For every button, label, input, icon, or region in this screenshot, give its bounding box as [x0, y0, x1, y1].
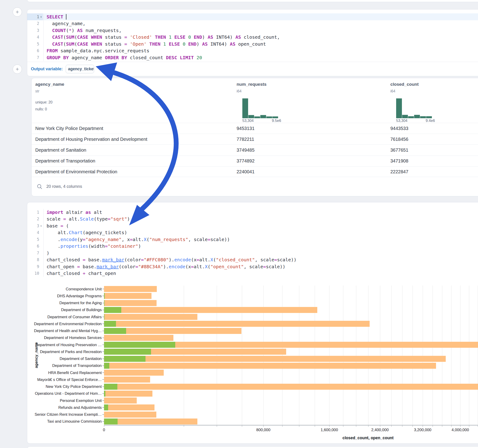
code-token: base	[47, 223, 60, 229]
code-line[interactable]: 4 CAST(SUM(CASE WHEN status = 'Closed' T…	[27, 34, 478, 41]
table-row[interactable]: Department of Environmental Protection22…	[31, 166, 478, 177]
chart-bar-open[interactable]	[104, 384, 117, 390]
collapse-chevron-icon[interactable]: ∨	[39, 222, 43, 229]
table-cell: 9453131	[237, 123, 255, 134]
code-token: =	[108, 216, 110, 222]
add-cell-button-output[interactable]: +	[13, 64, 22, 74]
code-line[interactable]: 3 COUNT(*) AS num_requests,	[27, 27, 478, 34]
x-tick-label: 800,000	[256, 428, 270, 432]
chart-bar-closed[interactable]	[104, 377, 150, 383]
code-token	[152, 34, 155, 40]
gutter-spacer	[39, 54, 43, 61]
code-line[interactable]: 2 agency_name,	[27, 20, 478, 27]
code-token: chart_open	[86, 271, 116, 276]
code-token: AS	[230, 41, 235, 47]
y-tick-mark	[102, 379, 104, 380]
code-token: AS	[208, 34, 213, 40]
chart-bar-open[interactable]	[104, 300, 104, 306]
chart-bar-open[interactable]	[104, 314, 104, 320]
gridline	[217, 286, 217, 425]
chart-bar-closed[interactable]	[104, 363, 436, 369]
chart-bar-open[interactable]	[104, 342, 175, 348]
table-row[interactable]: Department of Housing Preservation and D…	[31, 134, 478, 144]
chart-bar-closed[interactable]	[104, 314, 197, 320]
table-row[interactable]: Department of Sanitation37494853677651	[31, 144, 478, 155]
code-line[interactable]: 10chart_closed + chart_open	[27, 270, 478, 277]
chart-bar-closed[interactable]	[104, 307, 317, 313]
chart-row-label: New York City Police Department	[27, 383, 102, 390]
code-line[interactable]: 7)	[27, 249, 478, 256]
chart-bar-closed[interactable]	[104, 370, 164, 376]
y-tick-mark	[102, 344, 104, 345]
code-line[interactable]: 6FROM sample_data.nyc.service_requests	[27, 48, 478, 54]
code-line[interactable]: 2scale = alt.Scale(type="sqrt")	[27, 216, 478, 223]
chart-bar-open[interactable]	[104, 418, 118, 424]
chart-bar-closed[interactable]	[104, 356, 446, 362]
code-token: CAST	[52, 34, 63, 40]
code-token: (x	[185, 264, 191, 269]
code-token: LIMIT	[180, 55, 194, 60]
chart-bar-closed[interactable]	[104, 321, 370, 327]
code-line[interactable]: 5 CAST(SUM(CASE WHEN status = 'Open' THE…	[27, 41, 478, 48]
x-tick-mark	[343, 425, 343, 427]
code-token: WHEN	[91, 34, 102, 40]
code-token: agency_name	[69, 55, 105, 60]
chart-bar-closed[interactable]	[104, 412, 156, 417]
chart-bar-closed[interactable]	[104, 418, 197, 424]
code-line[interactable]: 7GROUP BY agency_name ORDER BY closed_co…	[27, 54, 478, 61]
chart-bar-closed[interactable]	[104, 286, 157, 292]
code-token	[47, 34, 52, 40]
code-token: "open_count"	[211, 264, 244, 269]
x-tick-mark	[423, 425, 423, 427]
chart-bar-open[interactable]	[104, 363, 109, 369]
output-variable-pill[interactable]: agency_tickets	[66, 65, 94, 73]
gridline	[442, 286, 442, 425]
code-token: 1	[169, 34, 171, 40]
chart-bar-closed[interactable]	[104, 300, 157, 306]
code-token: chart_closed	[47, 257, 83, 262]
search-icon[interactable]	[37, 184, 43, 190]
chart-bar-closed[interactable]	[104, 398, 137, 404]
chart-bar-closed[interactable]	[104, 293, 151, 299]
chart-bar-open[interactable]	[104, 391, 105, 397]
code-token: =	[135, 264, 138, 269]
code-line[interactable]: 9chart_open = base.mark_bar(color="#8BC3…	[27, 263, 478, 270]
code-line[interactable]: 8chart_closed = base.mark_bar(color="#FF…	[27, 256, 478, 263]
chart-bar-closed[interactable]	[104, 404, 155, 411]
chart-bar-open[interactable]	[104, 349, 151, 355]
chart-bar-closed[interactable]	[104, 384, 478, 390]
add-cell-button-top[interactable]: +	[13, 7, 22, 17]
collapse-chevron-icon[interactable]: ∨	[39, 13, 43, 20]
line-number: 9	[27, 263, 39, 270]
code-line[interactable]: 1∨SELECT	[27, 13, 478, 20]
code-token: .	[47, 237, 60, 242]
chart-bar-open[interactable]	[104, 356, 145, 362]
sql-code-editor[interactable]: 1∨SELECT 2 agency_name,3 COUNT(*) AS num…	[27, 9, 478, 61]
table-row[interactable]: New York City Police Department945313194…	[31, 123, 478, 134]
column-histogram	[396, 98, 433, 119]
code-token: Chart	[69, 230, 82, 235]
table-row[interactable]: Department of Transportation377489234719…	[31, 156, 478, 166]
chart-bar-closed[interactable]	[104, 391, 152, 397]
x-axis-title: closed_count, open_count	[342, 436, 394, 440]
chart-bar-open[interactable]	[104, 293, 105, 299]
code-line[interactable]: 6 .properties(width="container")	[27, 243, 478, 250]
python-code-editor[interactable]: 1import altair as alt2scale = alt.Scale(…	[27, 202, 478, 277]
code-token	[166, 34, 169, 40]
chart-row-label: Operations Unit - Department of Hom…	[27, 390, 102, 397]
chart-bar-closed[interactable]	[104, 335, 173, 341]
code-line[interactable]: 3∨base = (	[27, 222, 478, 229]
chart-bar-open[interactable]	[104, 328, 126, 334]
x-tick-mark	[433, 425, 433, 427]
code-line[interactable]: 1import altair as alt	[27, 209, 478, 216]
code-token: =	[83, 257, 86, 262]
chart-bar-open[interactable]	[104, 307, 121, 313]
code-token: GROUP BY	[47, 55, 69, 60]
code-line[interactable]: 5 .encode(y="agency_name", x=alt.X("num_…	[27, 236, 478, 243]
chart-bar-open[interactable]	[104, 404, 108, 411]
table-cell: 7782211	[237, 134, 254, 144]
chart-bar-open[interactable]	[104, 321, 116, 327]
code-token: , scale	[244, 264, 263, 269]
code-line[interactable]: 4 alt.Chart(agency_tickets)	[27, 229, 478, 236]
gridline	[391, 286, 391, 425]
